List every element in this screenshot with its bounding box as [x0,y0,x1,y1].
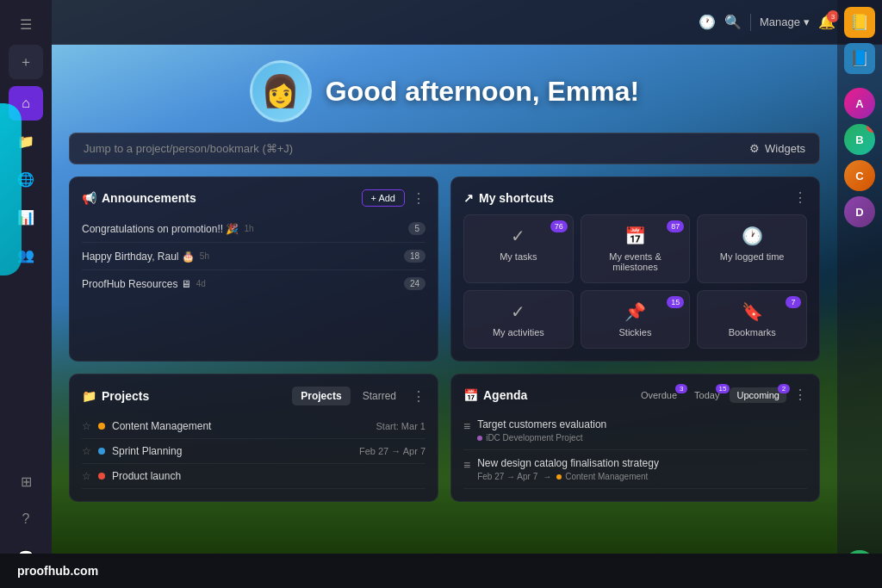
star-icon-3: ☆ [82,470,91,482]
announcements-widget: 📢 Announcements + Add ⋮ Congratulations … [69,176,438,362]
online-user-2[interactable]: B 5 [844,124,875,155]
chevron-down-icon: ▾ [804,15,810,28]
agenda-title-1: Target customers evaluation [477,418,807,430]
projects-header: 📁 Projects Projects Starred ⋮ [82,387,425,405]
shortcuts-header: ↗ My shortcuts ⋮ [463,189,807,206]
shortcut-stickies[interactable]: 15 📌 Stickies [581,290,691,349]
star-icon-2: ☆ [82,445,91,457]
projects-actions: Projects Starred ⋮ [292,387,425,405]
right-panel-book-icon[interactable]: 📘 [844,43,875,74]
shortcuts-grid: 76 ✓ My tasks 87 📅 My events & milestone… [463,214,807,349]
agenda-dot-1 [477,436,482,441]
agenda-item-1[interactable]: ≡ Target customers evaluation iDC Develo… [463,412,807,450]
cyan-accent [0,103,22,275]
project-date-1: Start: Mar 1 [376,421,425,431]
overdue-badge: 3 [675,384,687,393]
agenda-tab-today[interactable]: Today 15 [687,387,726,403]
stickies-label: Stickies [619,327,652,337]
search-icon[interactable]: 🔍 [724,14,742,30]
sidebar-help-icon[interactable]: ? [9,502,43,536]
bottom-bar: proofhub.com [0,554,882,588]
shortcuts-more-button[interactable]: ⋮ [793,189,807,206]
task-icon-1: ≡ [463,419,470,433]
user-2-badge: 5 [866,124,875,133]
widgets-button[interactable]: ⚙ Widgets [749,142,805,155]
agenda-more-button[interactable]: ⋮ [793,387,807,403]
online-user-1[interactable]: A [844,88,875,119]
sidebar: ☰ ＋ ⌂ 📁 🌐 📊 👥 ⊞ ? 💬 [0,0,52,588]
clock-icon[interactable]: 🕐 [699,14,716,30]
project-list: ☆ Content Management Start: Mar 1 ☆ Spri… [82,414,425,489]
bookmarks-badge: 7 [786,296,801,308]
stickies-icon: 📌 [624,301,646,322]
project-row-2[interactable]: ☆ Sprint Planning Feb 27 → Apr 7 [82,439,425,464]
shortcut-logged-time[interactable]: 🕐 My logged time [697,214,807,283]
logged-time-label: My logged time [720,251,785,262]
events-icon: 📅 [624,226,646,246]
calendar-icon: 📅 [463,388,478,402]
announcement-count-1: 5 [408,222,425,235]
notifications-button[interactable]: 🔔 3 [818,14,835,30]
header: 🕐 🔍 Manage ▾ 🔔 3 E [52,0,882,45]
announcement-count-2: 18 [404,250,425,263]
agenda-project-1: iDC Development Project [477,433,582,443]
agenda-tab-upcoming[interactable]: Upcoming 2 [730,387,786,403]
announcements-title: 📢 Announcements [82,191,196,205]
agenda-content-1: Target customers evaluation iDC Developm… [477,418,807,443]
my-tasks-badge: 76 [550,220,568,232]
search-bar[interactable]: Jump to a project/person/bookmark (⌘+J) … [69,133,820,164]
online-user-3[interactable]: C [844,160,875,191]
project-left-2: ☆ Sprint Planning [82,445,182,457]
right-panel: 📒 📘 A B 5 C D 💬 [837,0,882,588]
agenda-item-2[interactable]: ≡ New design catalog finalisation strate… [463,450,807,489]
announcement-item-1[interactable]: Congratulations on promotion!! 🎉 1h 5 [82,215,425,243]
shortcut-my-events[interactable]: 87 📅 My events & milestones [581,214,691,283]
online-user-4[interactable]: D [844,196,875,227]
sidebar-grid-icon[interactable]: ⊞ [9,464,43,498]
announcements-header: 📢 Announcements + Add ⋮ [82,189,425,207]
header-divider [750,14,751,31]
agenda-items: ≡ Target customers evaluation iDC Develo… [463,412,807,489]
projects-tab-projects[interactable]: Projects [292,387,350,405]
announcement-item-3[interactable]: ProofHub Resources 🖥 4d 24 [82,270,425,297]
time-icon: 🕐 [742,226,763,246]
announcement-text-2: Happy Birthday, Raul 🎂 5h [82,251,209,263]
agenda-title: 📅 Agenda [463,388,527,402]
agenda-sub-1: iDC Development Project [477,433,807,443]
project-dot-1 [98,423,105,430]
megaphone-icon: 📢 [82,191,96,205]
project-row-3[interactable]: ☆ Product launch [82,464,425,489]
shortcuts-widget: ↗ My shortcuts ⋮ 76 ✓ My tasks 87 📅 My e… [450,176,820,362]
agenda-project-2: Content Management [556,472,648,481]
project-dot-2 [98,448,105,455]
project-row-1[interactable]: ☆ Content Management Start: Mar 1 [82,414,425,439]
project-dot-3 [98,473,105,480]
announcement-item-2[interactable]: Happy Birthday, Raul 🎂 5h 18 [82,243,425,270]
sidebar-add-button[interactable]: ＋ [9,45,43,79]
greeting-section: 👩 Good afternoon, Emma! [69,45,820,133]
shortcuts-icon: ↗ [463,191,474,205]
agenda-header: 📅 Agenda Overdue 3 Today 15 [463,387,807,403]
announcements-more-button[interactable]: ⋮ [412,190,425,207]
user-greeting-avatar: 👩 [250,60,312,122]
agenda-title-2: New design catalog finalisation strategy [477,457,807,469]
star-icon-1: ☆ [82,420,91,432]
right-panel-note-icon[interactable]: 📒 [844,7,875,38]
shortcut-my-tasks[interactable]: 76 ✓ My tasks [463,214,574,283]
project-name-1: Content Management [112,420,211,432]
shortcut-bookmarks[interactable]: 7 🔖 Bookmarks [697,290,807,349]
widgets-grid: 📢 Announcements + Add ⋮ Congratulations … [69,176,820,502]
domain-text: proofhub.com [17,564,98,578]
announcements-add-button[interactable]: + Add [362,189,405,207]
agenda-tab-overdue[interactable]: Overdue 3 [634,387,684,403]
project-left-3: ☆ Product launch [82,470,181,482]
projects-tab-starred[interactable]: Starred [354,387,405,405]
projects-title: 📁 Projects [82,389,149,403]
sidebar-menu-icon[interactable]: ☰ [9,7,43,41]
today-badge: 15 [716,384,730,393]
greeting-text: Good afternoon, Emma! [326,76,639,108]
projects-more-button[interactable]: ⋮ [412,388,425,405]
upcoming-badge: 2 [778,384,790,393]
manage-button[interactable]: Manage ▾ [760,15,810,28]
shortcut-my-activities[interactable]: ✓ My activities [463,290,574,349]
